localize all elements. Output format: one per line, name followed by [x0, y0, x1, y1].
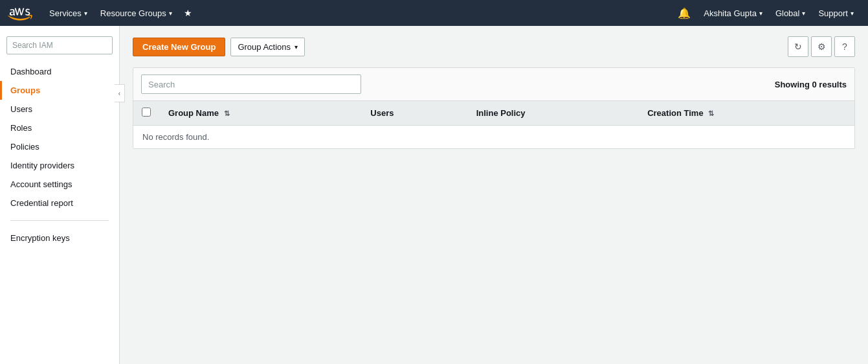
services-caret-icon: ▾: [84, 10, 87, 17]
col-creation-time[interactable]: Creation Time ⇅: [638, 101, 854, 126]
results-count: Showing 0 results: [775, 80, 847, 89]
sidebar-item-users[interactable]: Users: [0, 100, 119, 119]
help-button[interactable]: ?: [834, 36, 855, 57]
table-search-bar: Showing 0 results: [133, 68, 854, 101]
toolbar: Create New Group Group Actions ▾ ↻ ⚙ ?: [133, 36, 855, 57]
sidebar-item-encryption-keys[interactable]: Encryption keys: [0, 229, 119, 247]
sidebar-search-container: [0, 31, 119, 60]
sidebar-item-dashboard[interactable]: Dashboard: [0, 62, 119, 81]
sidebar-navigation: Dashboard Groups Users Roles Policies Id…: [0, 60, 119, 215]
sidebar-toggle-button[interactable]: ‹: [115, 84, 125, 102]
sidebar-divider: [10, 220, 109, 221]
groups-table: Group Name ⇅ Users Inline Policy Creatio…: [133, 101, 854, 148]
resource-groups-caret-icon: ▾: [169, 10, 172, 17]
sidebar: Dashboard Groups Users Roles Policies Id…: [0, 26, 120, 364]
notifications-icon[interactable]: 🔔: [671, 7, 697, 19]
table-header-row: Group Name ⇅ Users Inline Policy Creatio…: [133, 101, 854, 126]
settings-icon: ⚙: [818, 41, 826, 52]
group-actions-caret-icon: ▾: [295, 43, 298, 51]
refresh-icon: ↻: [794, 41, 802, 52]
creation-time-sort-icon: ⇅: [708, 109, 714, 117]
user-menu-caret-icon: ▾: [759, 10, 762, 17]
aws-logo[interactable]: [8, 5, 32, 21]
sidebar-item-policies[interactable]: Policies: [0, 137, 119, 156]
select-all-checkbox[interactable]: [142, 108, 151, 117]
region-menu[interactable]: Global ▾: [769, 0, 812, 26]
table-body: No records found.: [133, 126, 854, 149]
refresh-button[interactable]: ↻: [788, 36, 808, 57]
sidebar-nav-extra: Encryption keys: [0, 226, 119, 250]
sidebar-item-credential-report[interactable]: Credential report: [0, 194, 119, 212]
sidebar-item-identity-providers[interactable]: Identity providers: [0, 156, 119, 175]
settings-button[interactable]: ⚙: [811, 36, 832, 57]
table-search-input[interactable]: [141, 74, 361, 94]
main-layout: Dashboard Groups Users Roles Policies Id…: [0, 26, 868, 364]
sidebar-item-roles[interactable]: Roles: [0, 119, 119, 137]
main-content: Create New Group Group Actions ▾ ↻ ⚙ ?: [120, 26, 868, 364]
col-users: Users: [361, 101, 467, 126]
sidebar-item-groups[interactable]: Groups: [0, 81, 119, 100]
table-header: Group Name ⇅ Users Inline Policy Creatio…: [133, 101, 854, 126]
create-new-group-button[interactable]: Create New Group: [133, 38, 225, 56]
nav-right: 🔔 Akshita Gupta ▾ Global ▾ Support ▾: [671, 0, 860, 26]
select-all-col: [133, 101, 159, 126]
favorites-icon[interactable]: ★: [179, 8, 197, 18]
top-navigation: Services ▾ Resource Groups ▾ ★ 🔔 Akshita…: [0, 0, 868, 26]
group-name-sort-icon: ⇅: [224, 109, 230, 117]
empty-row: No records found.: [133, 126, 854, 149]
toolbar-icons: ↻ ⚙ ?: [788, 36, 855, 57]
support-caret-icon: ▾: [851, 10, 854, 17]
col-inline-policy: Inline Policy: [467, 101, 639, 126]
group-actions-button[interactable]: Group Actions ▾: [230, 38, 305, 56]
resource-groups-nav[interactable]: Resource Groups ▾: [94, 0, 179, 26]
user-menu[interactable]: Akshita Gupta ▾: [697, 0, 769, 26]
support-menu[interactable]: Support ▾: [812, 0, 860, 26]
search-iam-input[interactable]: [6, 36, 113, 54]
col-group-name[interactable]: Group Name ⇅: [159, 101, 361, 126]
services-nav[interactable]: Services ▾: [43, 0, 94, 26]
help-icon: ?: [842, 41, 847, 52]
sidebar-item-account-settings[interactable]: Account settings: [0, 175, 119, 194]
no-records-message: No records found.: [133, 126, 854, 149]
table-area: Showing 0 results Group Name ⇅ Users: [133, 67, 855, 149]
region-caret-icon: ▾: [802, 10, 805, 17]
